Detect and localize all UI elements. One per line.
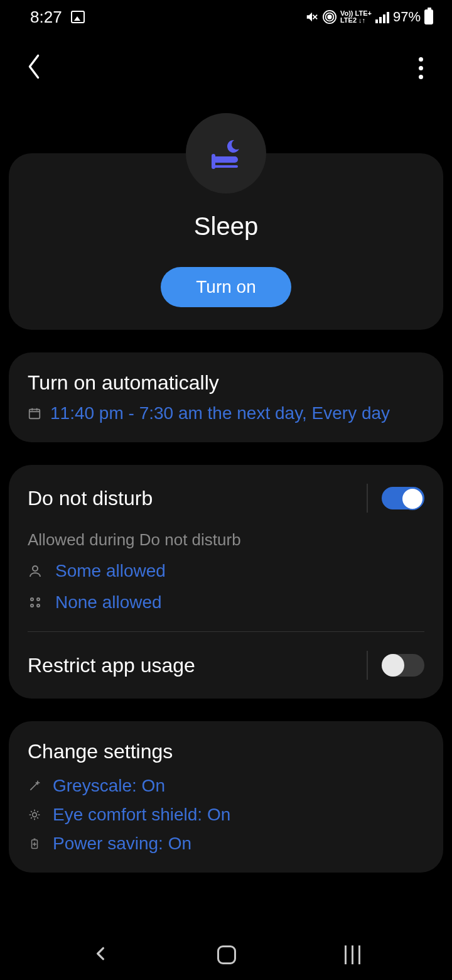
- svg-rect-6: [30, 410, 40, 419]
- svg-line-15: [30, 783, 38, 790]
- screenshot-icon: [71, 11, 85, 23]
- divider-vertical: [367, 651, 368, 680]
- turn-on-automatically-card[interactable]: Turn on automatically 11:40 pm - 7:30 am…: [9, 352, 443, 442]
- page-title: Sleep: [28, 212, 424, 241]
- battery-saving-icon: [28, 837, 41, 851]
- restrict-title[interactable]: Restrict app usage: [28, 654, 195, 677]
- svg-point-12: [37, 598, 40, 601]
- dnd-toggle[interactable]: [382, 487, 424, 509]
- svg-point-14: [37, 604, 40, 607]
- sleep-icon: [186, 113, 266, 193]
- signal-icon: [375, 11, 389, 23]
- person-icon: [28, 564, 43, 579]
- svg-point-13: [31, 604, 33, 607]
- eye-comfort-row: Eye comfort shield: On: [28, 805, 424, 825]
- auto-title: Turn on automatically: [28, 371, 424, 395]
- wand-icon: [28, 779, 41, 793]
- apps-icon: [28, 595, 43, 610]
- dnd-apps-row[interactable]: None allowed: [28, 592, 424, 612]
- navigation-bar: [0, 930, 452, 980]
- change-title: Change settings: [28, 740, 424, 763]
- power-saving-row: Power saving: On: [28, 834, 424, 854]
- dnd-title[interactable]: Do not disturb: [28, 487, 153, 510]
- nav-home-button[interactable]: [217, 945, 236, 964]
- network-type: Vo)) LTE+ LTE2 ↓↑: [340, 10, 372, 24]
- svg-line-23: [31, 811, 32, 812]
- change-settings-card[interactable]: Change settings Greyscale: On Eye comfor…: [9, 721, 443, 873]
- more-options-button[interactable]: [419, 57, 427, 79]
- mute-icon: [305, 10, 319, 24]
- app-bar: [0, 34, 452, 95]
- nav-recents-button[interactable]: [345, 945, 360, 964]
- dnd-contacts-row[interactable]: Some allowed: [28, 561, 424, 581]
- schedule-text: 11:40 pm - 7:30 am the next day, Every d…: [50, 403, 390, 423]
- hotspot-icon: [323, 10, 336, 24]
- svg-rect-3: [213, 156, 238, 163]
- svg-point-0: [328, 15, 331, 19]
- divider-vertical: [367, 484, 368, 513]
- battery-icon: [424, 9, 433, 24]
- restrict-toggle[interactable]: [382, 654, 424, 677]
- svg-point-11: [31, 598, 33, 601]
- divider: [28, 631, 424, 632]
- calendar-icon: [28, 406, 41, 420]
- dnd-card: Do not disturb Allowed during Do not dis…: [9, 465, 443, 699]
- status-bar: 8:27 Vo)) LTE+ LTE2 ↓↑ 97%: [0, 0, 452, 34]
- svg-point-10: [33, 566, 38, 571]
- dnd-subtitle: Allowed during Do not disturb: [28, 530, 424, 550]
- status-time: 8:27: [30, 8, 62, 27]
- greyscale-row: Greyscale: On: [28, 776, 424, 796]
- svg-point-18: [33, 813, 37, 817]
- back-button[interactable]: [25, 53, 43, 83]
- battery-percent: 97%: [393, 9, 421, 25]
- svg-line-26: [37, 811, 38, 812]
- svg-line-25: [31, 817, 32, 819]
- svg-line-24: [37, 817, 38, 819]
- nav-back-button[interactable]: [92, 945, 109, 964]
- turn-on-button[interactable]: Turn on: [161, 267, 291, 307]
- sun-icon: [28, 808, 41, 822]
- svg-rect-5: [213, 165, 238, 168]
